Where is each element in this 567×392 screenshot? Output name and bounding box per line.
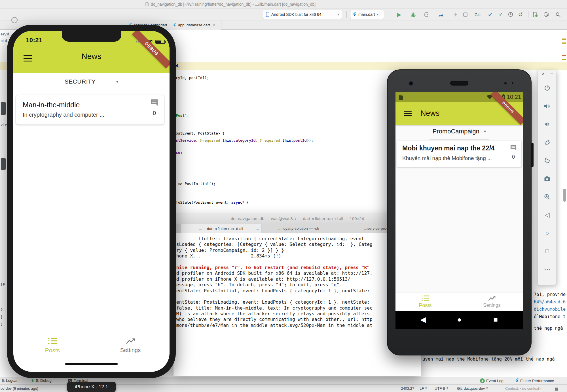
git-commit-button[interactable]: ✓	[498, 11, 504, 18]
console-fragment: 7o1, provide	[534, 292, 566, 297]
git-update-button[interactable]: ↙	[487, 11, 493, 18]
terminal-tabs: ...— dart ◂ flutter run -d all ... ....l…	[174, 224, 421, 233]
terminal-line: nd profiler on Android SDK built for x86…	[174, 270, 421, 276]
post-card[interactable]: Man-in-the-middle In cryptography and co…	[16, 95, 164, 125]
toolwindow-logcat[interactable]: 6: Logcat	[2, 378, 18, 383]
terminal-tab-label: ...— dart ◂ flutter run -d all	[199, 226, 243, 231]
home-indicator[interactable]	[65, 363, 118, 365]
terminal-line	[174, 294, 421, 299]
terminal-tab-loyalty[interactable]: ....loyalty-solution — -sh	[261, 224, 336, 233]
nav-tab-posts[interactable]: Posts	[414, 295, 437, 308]
terminal-line: ory { value: PromoCampaign, id: 2 }] } }	[174, 248, 421, 253]
toolwindow-debug[interactable]: 5: Debug	[31, 378, 52, 383]
posts-list-icon	[41, 337, 64, 344]
tab-app-database[interactable]: app_database.dart ×	[170, 20, 221, 30]
power-icon[interactable]	[541, 82, 553, 94]
status-message: oc-dev (6 minutes ago)	[1, 386, 38, 391]
encoding-widget[interactable]: UTF-8⇕	[435, 386, 448, 391]
settings-trend-icon	[479, 296, 505, 301]
back-icon[interactable]: ◁	[541, 209, 553, 221]
editor-fragment: ]	[1, 322, 3, 326]
console-fragment: dichvumobile	[534, 306, 566, 312]
terminal-tab-flutter-run[interactable]: ...— dart ◂ flutter run -d all ...	[181, 224, 261, 233]
post-card[interactable]: Mobi khuyen mai nap the 22/4 Khuyến mãi …	[397, 141, 522, 167]
terminal-tab-label: ....loyalty-solution — -sh	[278, 226, 319, 231]
terminal-line: TM) is an attack where the attacker secr…	[174, 311, 421, 317]
home-icon[interactable]: ○	[541, 227, 553, 239]
editor-fragment: oid	[1, 39, 7, 43]
category-dropdown[interactable]: SECURITY ▾	[13, 77, 170, 86]
app-title: News	[13, 52, 170, 61]
sdcard-icon	[399, 95, 403, 100]
android-navbar: ◀ ● ■	[395, 311, 523, 329]
rotate-right-icon[interactable]	[541, 155, 553, 166]
run-config-selector[interactable]: main.dart ▾	[350, 10, 384, 19]
context-widget[interactable]: Context: <no context>	[505, 386, 541, 391]
close-icon[interactable]: ×	[213, 23, 215, 27]
nav-tab-settings[interactable]: Settings	[479, 296, 505, 308]
tool-stripe-button[interactable]	[1, 102, 6, 115]
editor-scrollbar[interactable]	[563, 189, 566, 202]
screenshot-frame-icon[interactable]	[462, 11, 468, 18]
tool-stripe-button[interactable]	[1, 158, 6, 170]
profile-button[interactable]	[424, 11, 430, 18]
chevron-down-icon: ▾	[337, 12, 339, 16]
terminal-titlebar[interactable]: do_navigation_db — was@was8: / — dart ◂ …	[174, 213, 421, 224]
terminal-line: Phone X... 2,834ms (!)	[174, 253, 421, 259]
category-dropdown[interactable]: PromoCampaign ▾	[395, 127, 523, 136]
home-button[interactable]: ●	[455, 315, 464, 324]
updown-icon: ⇕	[425, 387, 427, 390]
editor-fragment: er/d	[1, 32, 9, 36]
line-separator-widget[interactable]: LF⇕	[420, 386, 427, 391]
console-fragment: uyen mai nạp the Mobifone tặng 20% mỗi t…	[422, 356, 555, 362]
battery-icon	[155, 40, 165, 44]
terminal-output: flutter: Transition { currentState: Cate…	[174, 233, 421, 376]
post-title: Man-in-the-middle	[23, 101, 80, 109]
android-emulator: 10:21 News DEBUG PromoCampaign ▾ Mobi kh…	[387, 69, 532, 355]
run-button[interactable]: ▶	[396, 11, 402, 18]
sdk-manager-icon[interactable]	[543, 11, 549, 18]
tab-label: app_database.dart	[178, 23, 210, 27]
profiler-gauge-button[interactable]	[438, 11, 444, 18]
overview-button[interactable]: ■	[491, 315, 500, 324]
close-icon[interactable]: ×	[540, 71, 547, 77]
zoom-in-icon[interactable]	[541, 191, 553, 203]
flutter-performance-button[interactable]: Flutter Performance	[515, 378, 554, 383]
post-subtitle: In cryptography and computer ...	[23, 112, 104, 118]
lightning-icon[interactable]	[452, 11, 459, 18]
emulator-toolbar: × − ◁ ○ □ ⋯	[538, 70, 556, 285]
layout-inspector-icon[interactable]	[532, 11, 538, 18]
ide-window: do_navigation_db [~/W/Training/flutter/d…	[0, 0, 567, 392]
search-icon[interactable]	[555, 11, 561, 18]
gear-icon	[11, 17, 18, 23]
minimize-icon[interactable]: −	[548, 71, 555, 77]
rotate-left-icon[interactable]	[541, 137, 553, 148]
more-icon[interactable]: ⋯	[541, 264, 553, 275]
nav-label: Posts	[414, 302, 437, 308]
lock-icon[interactable]	[555, 386, 558, 391]
device-selector[interactable]: Android SDK built for x86 64 ▾	[263, 10, 342, 19]
event-log-button[interactable]: 4 Event Log	[480, 378, 503, 383]
caret-position[interactable]: 2403:27	[401, 386, 414, 391]
phone-icon	[266, 12, 269, 17]
back-button[interactable]: ◀	[419, 315, 427, 324]
terminal-line: who believe they are directly communicat…	[174, 317, 421, 322]
rollback-button[interactable]: ↺	[517, 11, 524, 18]
editor-fragment: [F	[1, 282, 5, 287]
volume-up-icon[interactable]	[541, 101, 553, 112]
post-title: Mobi khuyen mai nap the 22/4	[402, 144, 495, 152]
menu-icon[interactable]	[404, 111, 412, 116]
git-branch-widget[interactable]: Git: ducquoc-dev⇕	[457, 386, 488, 391]
nav-tab-settings[interactable]: Settings	[116, 338, 145, 353]
debug-button[interactable]	[410, 11, 416, 18]
run-config-label: main.dart	[358, 12, 375, 17]
terminal-line: rentState: PostsInitial, event: LoadPost…	[174, 288, 421, 294]
overview-icon[interactable]: □	[541, 246, 553, 257]
volume-down-icon[interactable]	[541, 119, 553, 130]
terminal-line	[174, 259, 421, 265]
screenshot-camera-icon[interactable]	[541, 173, 553, 184]
terminal-line: flutter: Transition { currentState: Cate…	[174, 236, 421, 242]
category-dropdown-label: SECURITY	[65, 78, 96, 85]
history-clock-icon[interactable]	[507, 11, 514, 18]
nav-tab-posts[interactable]: Posts	[41, 337, 64, 354]
